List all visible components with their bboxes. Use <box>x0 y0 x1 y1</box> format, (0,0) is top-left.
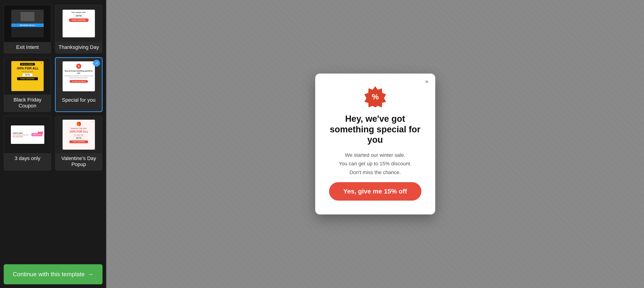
modal-title: Hey, we've got something special for you <box>329 114 422 145</box>
three-days-link: Yes, I want the deal! <box>13 136 30 137</box>
valentine-label: Valentine's Day Popup <box>56 153 102 170</box>
left-panel: BROWSE DEALS Exit Intent Your coupon cod… <box>0 0 106 288</box>
special-inner: ✕ % Hey, we've got something special for… <box>62 61 95 91</box>
template-card-black-friday[interactable]: ✕ BLACK FRIDAY -50% FOR ALL Your coupon … <box>4 57 51 112</box>
special-percent-icon: % <box>76 64 81 69</box>
continue-arrow-icon: → <box>88 271 94 278</box>
thanksgiving-shop-btn: START SHOPPING <box>69 18 89 22</box>
thanksgiving-coupon-code: GET50 <box>74 14 84 17</box>
special-label: Special for you <box>56 95 102 106</box>
modal-box: ✕ % Hey, we've got something special for… <box>315 74 435 214</box>
template-card-thanksgiving[interactable]: Your coupon code: GET50 START SHOPPING T… <box>55 4 102 53</box>
three-days-label: 3 DAYS ONLY <box>13 132 30 134</box>
three-days-left: 3 DAYS ONLY Get an exclusive discount 15… <box>13 132 30 137</box>
special-body: We started our winter sale. You can get … <box>64 75 93 79</box>
val-title: Valentine's Day Sale! <box>71 128 87 129</box>
selected-checkmark: ✓ <box>93 60 100 67</box>
bf-badge: BLACK FRIDAY <box>20 63 35 65</box>
val-shop-btn: START SHOPPING <box>70 141 88 143</box>
template-card-3days[interactable]: 3 DAYS ONLY Get an exclusive discount 15… <box>4 116 51 171</box>
bf-discount: -50% FOR ALL <box>16 66 39 70</box>
modal-close-button[interactable]: ✕ <box>423 78 431 86</box>
val-gift-icon: 🎁 <box>76 122 81 127</box>
thanksgiving-thumb: Your coupon code: GET50 START SHOPPING <box>56 5 102 42</box>
discount-badge-icon: % <box>364 85 387 108</box>
val-discount: -50% FOR ALL <box>69 130 88 133</box>
exit-intent-thumb: BROWSE DEALS <box>4 5 51 42</box>
val-coupon-code: GET50 <box>74 137 84 140</box>
bf-coupon-code: GET50 <box>22 73 32 76</box>
thanksgiving-inner: Your coupon code: GET50 START SHOPPING <box>62 10 95 37</box>
templates-grid: BROWSE DEALS Exit Intent Your coupon cod… <box>0 0 106 261</box>
exit-intent-inner: BROWSE DEALS <box>11 10 44 37</box>
limited-tag: LIMITED <box>38 132 43 133</box>
three-days-inner: 3 DAYS ONLY Get an exclusive discount 15… <box>11 126 44 144</box>
continue-button-label: Continue with this template <box>13 271 85 278</box>
black-friday-inner: ✕ BLACK FRIDAY -50% FOR ALL Your coupon … <box>11 61 44 91</box>
template-card-exit-intent[interactable]: BROWSE DEALS Exit Intent <box>4 4 51 53</box>
svg-text:%: % <box>372 92 378 101</box>
three-days-thumb: 3 DAYS ONLY Get an exclusive discount 15… <box>4 116 51 153</box>
special-title: Hey, we've got something special for you <box>64 70 93 74</box>
template-card-special[interactable]: ✓ ✕ % Hey, we've got something special f… <box>55 57 102 112</box>
bf-coupon-label: Your coupon code: <box>22 71 33 72</box>
special-cta-btn: Yes, give me 15% off <box>70 80 88 83</box>
bf-shop-btn: START SHOPPING <box>17 77 38 80</box>
black-friday-label: Black Friday Coupon <box>4 95 51 112</box>
3days-label: 3 days only <box>4 153 51 164</box>
val-coupon-label: Your coupon code: <box>74 134 84 136</box>
valentine-inner: ✕ 🎁 Valentine's Day Sale! -50% FOR ALL Y… <box>62 120 95 150</box>
modal-overlay: ✕ % Hey, we've got something special for… <box>315 74 435 214</box>
black-friday-thumb: ✕ BLACK FRIDAY -50% FOR ALL Your coupon … <box>4 58 51 95</box>
continue-button[interactable]: Continue with this template → <box>4 264 102 284</box>
exit-btn-strip: BROWSE DEALS <box>11 23 44 27</box>
template-card-valentine[interactable]: ✕ 🎁 Valentine's Day Sale! -50% FOR ALL Y… <box>55 116 102 171</box>
super-offer-badge: SUPER OFFER LIMITED <box>32 133 42 136</box>
right-panel: ✕ % Hey, we've got something special for… <box>106 0 644 288</box>
thanksgiving-title: Your coupon code: <box>71 11 86 13</box>
modal-cta-button[interactable]: Yes, give me 15% off <box>329 182 422 201</box>
exit-intent-label: Exit Intent <box>4 42 51 53</box>
exit-img-placeholder <box>11 10 44 23</box>
thanksgiving-label: Thanksgiving Day <box>56 42 102 53</box>
super-offer-label: SUPER OFFER <box>33 134 41 135</box>
valentine-thumb: ✕ 🎁 Valentine's Day Sale! -50% FOR ALL Y… <box>56 116 102 153</box>
modal-cta-label: Yes, give me 15% off <box>343 188 407 195</box>
modal-close-icon: ✕ <box>425 79 429 85</box>
bottom-cta-bar: Continue with this template → <box>0 261 106 288</box>
bf-close-icon: ✕ <box>41 62 42 64</box>
val-close-icon: ✕ <box>92 121 94 123</box>
modal-body: We started our winter sale. You can get … <box>339 151 412 177</box>
